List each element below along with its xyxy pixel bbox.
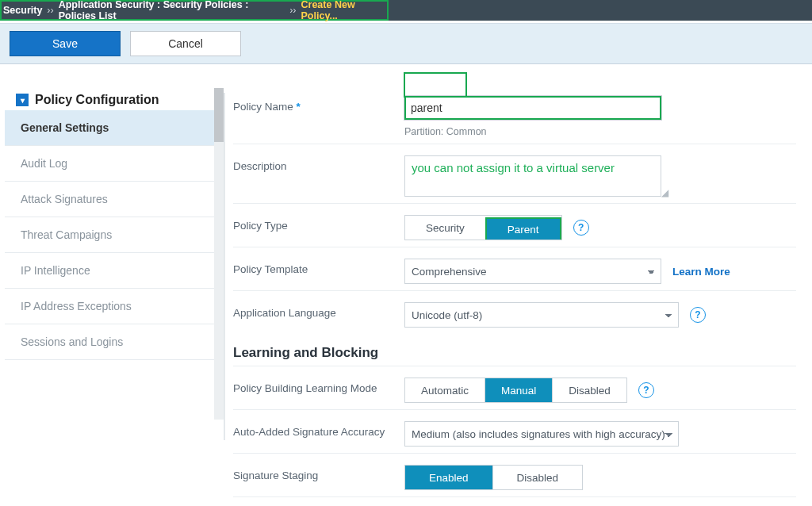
sidebar-item-attack-signatures[interactable]: Attack Signatures [5, 182, 214, 217]
sidebar-item-sessions-and-logins[interactable]: Sessions and Logins [5, 324, 214, 360]
policy-type-group: Security Parent [404, 215, 562, 240]
application-language-label: Application Language [233, 302, 404, 319]
learning-mode-group: Automatic Manual Disabled [404, 378, 627, 403]
sidebar-title: Policy Configuration [35, 93, 159, 107]
divider [224, 93, 225, 440]
partition-value: Common [446, 126, 487, 137]
scroll-fade [5, 399, 214, 434]
toolbar: Save Cancel [0, 23, 812, 64]
learning-mode-disabled[interactable]: Disabled [552, 378, 626, 402]
sidebar-item-threat-campaigns[interactable]: Threat Campaigns [5, 217, 214, 253]
breadcrumb-path[interactable]: Application Security : Security Policies… [59, 0, 285, 21]
policy-type-security[interactable]: Security [405, 216, 485, 240]
sidebar-item-general-settings[interactable]: General Settings [5, 110, 214, 146]
learning-mode-automatic[interactable]: Automatic [405, 378, 485, 402]
signature-accuracy-label: Auto-Added Signature Accuracy [233, 421, 404, 438]
policy-name-label: Policy Name [233, 96, 404, 113]
signature-staging-label: Signature Staging [233, 465, 404, 481]
sidebar: ▾ Policy Configuration General Settings … [5, 88, 214, 506]
sidebar-item-ip-address-exceptions[interactable]: IP Address Exceptions [5, 289, 214, 324]
signature-accuracy-select[interactable]: Medium (also includes signatures with hi… [404, 421, 679, 447]
policy-template-select[interactable]: Comprehensive [404, 259, 661, 284]
help-icon[interactable]: ? [573, 220, 589, 236]
learning-mode-manual[interactable]: Manual [485, 378, 552, 402]
learning-mode-label: Policy Building Learning Mode [233, 378, 404, 394]
sidebar-item-audit-log[interactable]: Audit Log [5, 146, 214, 182]
breadcrumb-root[interactable]: Security [3, 5, 42, 16]
save-button[interactable]: Save [10, 31, 121, 56]
policy-name-input[interactable] [404, 96, 661, 120]
breadcrumb: Security ›› Application Security : Secur… [0, 0, 389, 21]
policy-template-label: Policy Template [233, 259, 404, 275]
learning-blocking-heading: Learning and Blocking [233, 345, 796, 361]
learn-more-link[interactable]: Learn More [672, 266, 730, 278]
breadcrumb-current: Create New Policy... [301, 0, 385, 21]
resize-handle-icon[interactable]: ◢ [661, 187, 669, 195]
sidebar-nav: General Settings Audit Log Attack Signat… [5, 110, 214, 360]
description-input[interactable]: you can not assign it to a virtual serve… [404, 155, 661, 197]
signature-staging-group: Enabled Disabled [404, 465, 583, 490]
application-language-select[interactable]: Unicode (utf-8) [404, 302, 679, 328]
scrollbar-thumb[interactable] [214, 88, 224, 142]
help-icon[interactable]: ? [690, 307, 706, 323]
description-label: Description [233, 155, 404, 172]
policy-type-parent[interactable]: Parent [485, 217, 561, 240]
partition-label: Partition: [404, 126, 443, 137]
policy-type-label: Policy Type [233, 215, 404, 232]
help-icon[interactable]: ? [638, 382, 654, 398]
breadcrumb-sep-icon: ›› [289, 5, 296, 16]
cancel-button[interactable]: Cancel [130, 31, 241, 56]
sidebar-section-header[interactable]: ▾ Policy Configuration [5, 88, 214, 110]
form-panel: Policy Name Partition: Common Descriptio… [214, 64, 812, 506]
signature-staging-disabled[interactable]: Disabled [492, 466, 583, 489]
breadcrumb-sep-icon: ›› [47, 5, 53, 16]
sidebar-item-ip-intelligence[interactable]: IP Intelligence [5, 253, 214, 289]
signature-staging-enabled[interactable]: Enabled [405, 466, 492, 489]
collapse-icon[interactable]: ▾ [16, 94, 29, 106]
